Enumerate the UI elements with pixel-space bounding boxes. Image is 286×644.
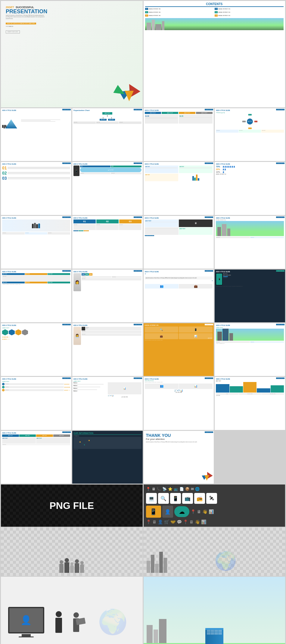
charts-section: 🌍 (144, 528, 285, 576)
monitor-display: 👤 (8, 607, 44, 637)
slide-tag-bi: 1 INSERT SUBTITLE (276, 324, 284, 325)
world-map-bg: 🌍 (90, 607, 135, 637)
wt-title: ADD A TITLE SLIDE (73, 324, 141, 326)
icon-globe: 🌐 (195, 487, 200, 491)
mixed-icons-slide: 1 INSERT SUBTITLE ADD A TITLE SLIDE ADD … (144, 162, 214, 215)
icon-doc: 📄 (179, 487, 184, 491)
toc-text-3: ASADAL INTERNET, INC. (149, 12, 161, 13)
slide-tag-hex: 1 INSERT SUBTITLE (62, 324, 71, 325)
slide-tag-rat: 1 INSERT SUBTITLE (62, 377, 71, 379)
toc-num-6: 06 (215, 14, 218, 17)
cmp-title: ADD A TITLE SLIDE (2, 432, 70, 434)
numbered-boxes-slide: 1 INSERT SUBTITLE ADD A TITLE SLIDE 01 0… (72, 216, 143, 269)
yd-add-text: ADD TEXT (208, 338, 212, 339)
icon-row-3: 📱 👤 ☁ 📍 🖥 👋 📊 (146, 506, 283, 518)
toc-item-2: 02 ASADAL INTERNET, INC. (215, 8, 284, 10)
icon-walkie-talkie: 📱 (170, 493, 181, 504)
laptop-slide: 1 INSERT SUBTITLE ADD A TITLE SLIDE ADD … (1, 270, 71, 322)
slide-tag-mix: 1 INSERT SUBTITLE (205, 163, 213, 164)
cover-author: INSERT MY SUBTITLE OR MAIN AUTHOR'S NAME… (6, 23, 36, 24)
step-num-2: 02 (2, 171, 7, 175)
slide-tag-ty: 1 INSERT SUBTITLE (205, 431, 213, 433)
obs-title: ADD A TITLE SLIDE (145, 378, 213, 380)
cover-slide: 29SET SUCCESSFUL PRESENTATION started it… (1, 1, 143, 107)
cover-date: YYYY.MM.DD (6, 26, 138, 27)
icon-tv-2: 📺 (182, 493, 193, 504)
slide-tag-ps: 1 INSERT SUBTITLE (276, 163, 284, 164)
gc-title: ADD A TITLE SLIDE (216, 378, 284, 380)
slide-tag-org: 1 INSERT SUBTITLE (134, 109, 142, 110)
cover-city-bg (1, 98, 143, 107)
icon-row-1: 📍 🖥 📞 📡 ⭐ 📺 📄 📦 ✉ 🌐 (146, 487, 283, 491)
lap-title: ADD A TITLE SLIDE (2, 271, 70, 273)
slide-tag-nb: 1 INSERT SUBTITLE (134, 216, 142, 218)
rating-slide: 1 INSERT SUBTITLE ADD A TITLE SLIDE ➤ AD… (1, 377, 71, 430)
icon-mail: ✉ (191, 487, 194, 491)
cb-title: ADD A TITLE SLIDE (216, 217, 284, 219)
toc-num-4: 04 (215, 11, 218, 13)
icon-antenna: 📡 (162, 487, 167, 491)
icon-desktop-2: 🖥 (152, 519, 157, 524)
png-file-section: PNG FILE (1, 485, 143, 527)
slide-tag-yd: 1 INSERT SUBTITLE (205, 324, 213, 325)
org-chart-slide: 1 INSERT SUBTITLE Organization Chart ADD… (72, 108, 143, 161)
bar-chart-silhouette (147, 549, 167, 573)
icon-search: 🔍 (158, 493, 169, 504)
presentation-grid: 29SET SUCCESSFUL PRESENTATION started it… (0, 0, 286, 644)
icon-location: 📍 (146, 487, 151, 491)
quote-slide: 1 INSERT SUBTITLE ADD A TITLE SLIDE " st… (144, 270, 214, 322)
business-slide: 1 INSERT SUBTITLE ADD A TITLE SLIDE ADD … (1, 216, 71, 269)
toc-item-4: 04 ASADAL INTERNET, INC. (215, 11, 284, 13)
ma-title: ADD A TITLE SLIDE (216, 271, 284, 273)
slide-tag-inf1: 1 INSERT SUBTITLE (205, 109, 213, 110)
title-slide-1: 1 INSERT SUBTITLE ADD A TITLE SLIDE (1, 108, 71, 161)
slide-visual-1 (2, 112, 70, 130)
rat-title: ADD A TITLE SLIDE (2, 378, 70, 380)
slide-tag-biz: 1 INSERT SUBTITLE (62, 216, 71, 218)
icon-location-2: 📍 (146, 519, 151, 524)
cover-logo: INSERT YOUR LOGO (6, 30, 20, 33)
slide-tag-sl: 1 INSERT SUBTITLE (134, 377, 142, 379)
org-chart: ADD TEXT ADD TEXT ADD TEXT (73, 112, 141, 121)
woman-phone-slide: 1 INSERT SUBTITLE ADD A TITLE SLIDE 👩 01… (72, 270, 143, 322)
slide-tag-qt: 1 INSERT SUBTITLE (205, 270, 213, 272)
icon-hand-outline: 👋 (202, 509, 207, 514)
our-info-slide: OUR INFORMATION ✉ Contact us 📍 ADD TEXT (72, 431, 143, 484)
icon-chat: 💬 (177, 519, 182, 524)
icon-row-2: 💻 🔍 📱 📺 📻 🛰 (146, 493, 283, 504)
slide-tag-wt: 1 INSERT SUBTITLE (134, 324, 142, 325)
service-list-slide: 1 INSERT SUBTITLE ADD A TITLE SLIDE ➤ AD… (72, 377, 143, 430)
contents-toc: 01 ASADAL INTERNET, INC. 02 ASADAL INTER… (145, 8, 284, 17)
people-stats-slide: 1 INSERT SUBTITLE ADD A TITLE SLIDE 70% … (215, 162, 285, 215)
building-info-slide: 1 INSERT SUBTITLE ADD A TITLE SLIDE ➤ AD… (215, 323, 285, 376)
contents-city (145, 18, 284, 30)
toc-num-3: 03 (145, 11, 148, 13)
city-building-slide: 1 INSERT SUBTITLE ADD A TITLE SLIDE DIGI… (215, 216, 285, 269)
contents-slide: CONTENTS 01 ASADAL INTERNET, INC. 02 ASA… (144, 1, 285, 107)
our-info-title: OUR INFORMATION (73, 432, 141, 435)
silhouette-group (59, 558, 84, 573)
qt-title: ADD A TITLE SLIDE (145, 271, 213, 273)
toc-text-4: ASADAL INTERNET, INC. (218, 12, 231, 13)
person-silhouette-5 (80, 561, 84, 573)
cloud-tech-slide: 1 INSERT SUBTITLE ADD A TITLE SLIDE 📱 IN… (72, 162, 143, 215)
toc-item-3: 03 ASADAL INTERNET, INC. (145, 11, 214, 13)
icon-star: ⭐ (168, 487, 173, 491)
person-laptop (73, 612, 79, 632)
people-silhouettes-section (1, 528, 143, 576)
icon-monitor: 🖥 (152, 487, 155, 491)
slide-tag-wp: 1 INSERT SUBTITLE (134, 270, 142, 272)
slide-tag-gc: 1 INSERT SUBTITLE (276, 377, 284, 379)
mobile-app-slide: 1 INSERT SUBTITLE ADD A TITLE SLIDE 📱 AD… (215, 270, 285, 322)
nb-title: ADD A TITLE SLIDE (73, 217, 141, 219)
num-title: ADD A TITLE SLIDE (2, 163, 70, 165)
numbered-slide: 1 INSERT SUBTITLE ADD A TITLE SLIDE 01 0… (1, 162, 71, 215)
icon-radio: 📻 (194, 493, 205, 504)
toc-text-2: ASADAL INTERNET, INC. (218, 8, 231, 10)
svg-line-1 (84, 440, 89, 444)
toc-item-1: 01 ASADAL INTERNET, INC. (145, 8, 214, 10)
icon-laptop: 💻 (146, 493, 157, 504)
hex-title: ADD A TITLE SLIDE (2, 324, 70, 326)
icon-phone: 📞 (157, 487, 161, 491)
cover-description: started its business in Seoul Korea. in … (6, 15, 48, 20)
